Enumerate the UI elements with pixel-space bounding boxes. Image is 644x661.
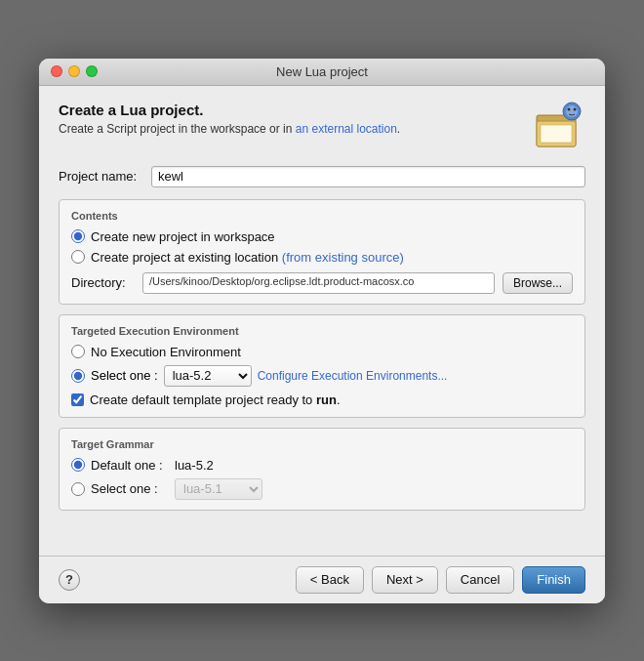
finish-button[interactable]: Finish	[522, 566, 585, 594]
default-grammar-radio[interactable]	[71, 458, 85, 472]
spacer	[59, 520, 585, 540]
header-title: Create a Lua project.	[59, 102, 400, 118]
svg-point-6	[574, 107, 577, 110]
contents-option2-label: Create project at existing location (fro…	[91, 250, 404, 265]
contents-option1-row: Create new project in workspace	[71, 229, 573, 244]
contents-option2-radio[interactable]	[71, 250, 85, 264]
no-env-radio[interactable]	[71, 345, 85, 358]
project-name-row: Project name:	[59, 166, 585, 187]
checkbox-row: Create default template project ready to…	[71, 392, 573, 407]
maximize-button[interactable]	[86, 65, 98, 77]
default-one-row: Default one : lua-5.2	[71, 458, 573, 473]
dialog-content: Create a Lua project. Create a Script pr…	[39, 86, 605, 556]
cancel-button[interactable]: Cancel	[446, 566, 514, 594]
minimize-button[interactable]	[68, 65, 80, 77]
help-button[interactable]: ?	[59, 569, 80, 591]
browse-button[interactable]: Browse...	[503, 272, 573, 294]
no-env-row: No Execution Environment	[71, 345, 573, 359]
no-env-label: No Execution Environment	[91, 345, 241, 359]
select-grammar-label: Select one :	[91, 481, 169, 496]
contents-group-label: Contents	[71, 210, 573, 222]
target-grammar-group: Target Grammar Default one : lua-5.2 Sel…	[59, 428, 585, 511]
configure-env-link[interactable]: Configure Execution Environments...	[258, 369, 448, 383]
close-button[interactable]	[51, 65, 62, 77]
grammar-select[interactable]: lua-5.1	[175, 478, 262, 500]
create-template-label: Create default template project ready to…	[90, 392, 341, 407]
directory-input[interactable]: /Users/kinoo/Desktop/org.eclipse.ldt.pro…	[142, 272, 495, 294]
svg-point-5	[568, 107, 571, 110]
footer-buttons: < Back Next > Cancel Finish	[296, 566, 585, 594]
create-template-checkbox[interactable]	[71, 393, 84, 406]
header-section: Create a Lua project. Create a Script pr…	[59, 102, 585, 152]
back-button[interactable]: < Back	[296, 566, 364, 594]
header-icon	[535, 102, 585, 152]
svg-rect-2	[541, 125, 572, 143]
header-description: Create a Script project in the workspace…	[59, 122, 400, 136]
window-title: New Lua project	[276, 64, 368, 79]
execution-env-select[interactable]: lua-5.2 lua-5.1	[164, 365, 252, 387]
main-window: New Lua project Create a Lua project. Cr…	[39, 59, 605, 603]
default-one-label: Default one :	[91, 458, 169, 473]
select-env-radio[interactable]	[71, 369, 85, 383]
select-grammar-row: Select one : lua-5.1	[71, 478, 573, 500]
execution-env-group: Targeted Execution Environment No Execut…	[59, 314, 585, 418]
footer-left: ?	[59, 569, 80, 591]
next-button[interactable]: Next >	[372, 566, 438, 594]
target-grammar-label: Target Grammar	[71, 438, 573, 450]
traffic-lights	[51, 65, 98, 77]
select-grammar-radio[interactable]	[71, 482, 85, 496]
contents-option1-radio[interactable]	[71, 229, 85, 243]
directory-row: Directory: /Users/kinoo/Desktop/org.ecli…	[71, 272, 573, 294]
contents-option2-row: Create project at existing location (fro…	[71, 250, 573, 265]
execution-env-label: Targeted Execution Environment	[71, 325, 573, 337]
contents-option1-label: Create new project in workspace	[91, 229, 275, 244]
titlebar: New Lua project	[39, 59, 605, 86]
project-name-input[interactable]	[151, 166, 585, 187]
footer: ? < Back Next > Cancel Finish	[39, 556, 605, 603]
header-text: Create a Lua project. Create a Script pr…	[59, 102, 400, 136]
project-name-label: Project name:	[59, 169, 151, 184]
contents-group: Contents Create new project in workspace…	[59, 199, 585, 305]
directory-label: Directory:	[71, 275, 135, 290]
select-env-label: Select one :	[91, 368, 158, 383]
select-env-row: Select one : lua-5.2 lua-5.1 Configure E…	[71, 365, 573, 387]
default-one-value: lua-5.2	[175, 458, 214, 473]
